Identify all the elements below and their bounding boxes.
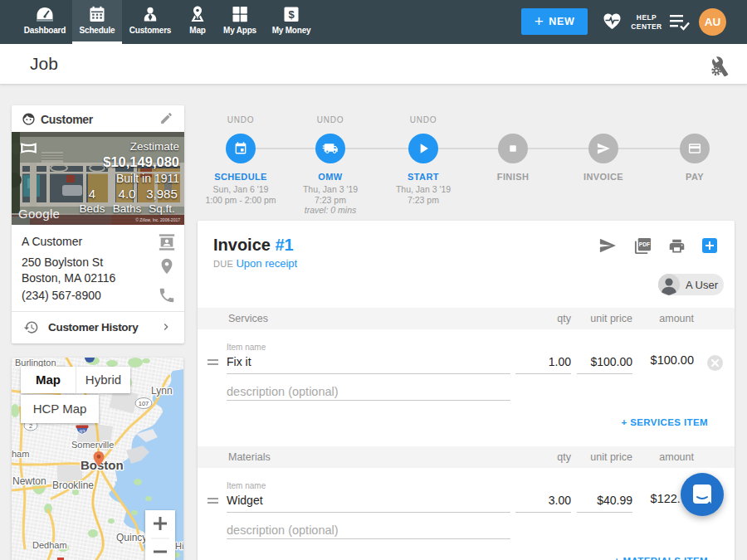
svg-text:Dedham: Dedham: [32, 540, 67, 550]
svg-text:107: 107: [139, 400, 149, 407]
svg-text:$: $: [288, 8, 295, 21]
svg-text:Quincy: Quincy: [116, 532, 147, 543]
svg-text:93: 93: [79, 429, 85, 435]
svg-text:2: 2: [29, 422, 32, 430]
svg-text:ham: ham: [12, 449, 29, 459]
svg-text:Somerville: Somerville: [71, 440, 114, 450]
svg-text:Brookline: Brookline: [52, 480, 94, 491]
svg-text:Newton: Newton: [12, 475, 46, 487]
svg-text:Hi: Hi: [175, 541, 183, 551]
svg-text:PDF: PDF: [639, 241, 650, 247]
svg-text:Lynn: Lynn: [151, 385, 173, 397]
